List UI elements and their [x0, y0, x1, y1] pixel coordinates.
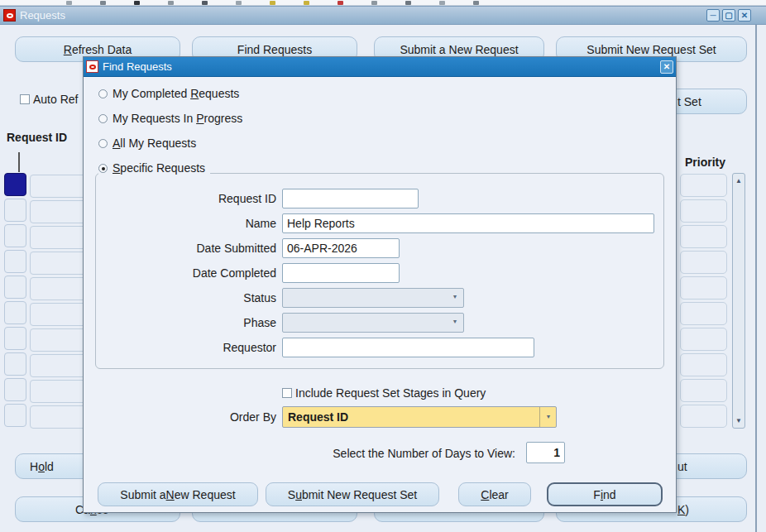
- scroll-down-icon[interactable]: ▼: [733, 417, 744, 424]
- auto-refresh-label: Auto Ref: [33, 93, 78, 106]
- auto-refresh-checkbox-row[interactable]: Auto Ref: [20, 93, 78, 106]
- find-button[interactable]: Find: [547, 482, 663, 506]
- phase-label: Phase: [90, 313, 276, 333]
- window-title: Requests: [20, 9, 65, 22]
- row-selector[interactable]: [4, 352, 26, 376]
- priority-cell[interactable]: [680, 225, 727, 248]
- days-to-view-input[interactable]: [526, 442, 565, 463]
- name-label: Name: [90, 213, 276, 233]
- row-selector[interactable]: [4, 404, 26, 427]
- radio-icon[interactable]: [98, 89, 108, 98]
- requestor-label: Requestor: [90, 338, 276, 357]
- priority-cell[interactable]: [680, 328, 727, 351]
- scroll-up-icon[interactable]: ▲: [733, 177, 744, 185]
- date-submitted-label: Date Submitted: [90, 238, 276, 258]
- chevron-down-icon: ▼: [539, 407, 556, 427]
- radio-specific-requests[interactable]: Specific Requests: [98, 161, 210, 175]
- text-caret: [18, 152, 20, 172]
- vertical-scrollbar[interactable]: ▲ ▼: [732, 173, 745, 429]
- order-by-dropdown[interactable]: Request ID ▼: [282, 406, 557, 428]
- chevron-down-icon: ▼: [452, 294, 458, 300]
- toolbar-icon: [270, 1, 275, 5]
- toolbar-icon: [304, 1, 309, 5]
- order-by-label: Order By: [90, 407, 276, 427]
- include-stages-checkbox[interactable]: [282, 388, 292, 398]
- row-selector[interactable]: [4, 276, 26, 299]
- toolbar-icon: [371, 1, 377, 5]
- request-id-input[interactable]: [282, 189, 419, 208]
- request-id-column-header: Request ID: [7, 131, 67, 144]
- clear-button[interactable]: Clear: [458, 482, 531, 506]
- oracle-logo-icon: [86, 60, 98, 73]
- name-input[interactable]: [282, 213, 654, 233]
- priority-cell[interactable]: [680, 353, 727, 376]
- radio-label: All My Requests: [113, 137, 196, 150]
- dialog-submit-new-request-set-button[interactable]: Submit New Request Set: [266, 482, 439, 506]
- row-selector[interactable]: [4, 199, 26, 222]
- order-by-value: Request ID: [288, 410, 348, 424]
- toolbar-icon: [168, 1, 174, 5]
- chevron-down-icon: ▼: [452, 319, 458, 325]
- toolbar-icon: [236, 1, 242, 5]
- radio-my-requests-in-progress[interactable]: My Requests In Progress: [98, 112, 242, 125]
- dialog-close-button[interactable]: ✕: [660, 60, 673, 74]
- toolbar-icon: [439, 1, 445, 5]
- requests-window-titlebar[interactable]: Requests ─ ▢ ✕: [0, 6, 766, 25]
- row-selector[interactable]: [4, 378, 26, 401]
- toolbar-icon: [66, 1, 72, 5]
- close-button[interactable]: ✕: [738, 9, 751, 22]
- row-selector-selected[interactable]: [4, 173, 26, 196]
- status-label: Status: [90, 288, 276, 308]
- days-to-view-label: Select the Number of Days to View:: [208, 443, 515, 463]
- priority-cell[interactable]: [680, 302, 727, 325]
- priority-cell[interactable]: [680, 379, 727, 402]
- priority-cell[interactable]: [680, 174, 727, 197]
- include-stages-label: Include Request Set Stages in Query: [295, 386, 486, 400]
- toolbar-icon: [134, 1, 140, 5]
- row-selector[interactable]: [4, 224, 26, 247]
- radio-label: My Completed Requests: [113, 87, 239, 100]
- radio-all-my-requests[interactable]: All My Requests: [98, 137, 196, 150]
- toolbar-icon: [473, 1, 479, 5]
- toolbar-icon: [202, 1, 208, 5]
- dialog-title: Find Requests: [103, 60, 172, 73]
- window-right-border: [755, 25, 757, 532]
- include-request-set-stages-row[interactable]: Include Request Set Stages in Query: [282, 386, 486, 400]
- radio-icon[interactable]: [98, 139, 108, 148]
- row-selector[interactable]: [4, 327, 26, 350]
- oracle-logo-icon: [3, 9, 16, 22]
- toolbar-icon: [100, 1, 106, 5]
- priority-cell[interactable]: [680, 251, 727, 274]
- radio-icon[interactable]: [98, 114, 108, 123]
- status-dropdown[interactable]: ▼: [282, 288, 464, 308]
- radio-label: Specific Requests: [113, 161, 205, 175]
- row-selector[interactable]: [4, 250, 26, 273]
- minimize-button[interactable]: ─: [706, 9, 720, 22]
- find-requests-dialog-titlebar[interactable]: Find Requests ✕: [84, 57, 676, 77]
- priority-cell[interactable]: [680, 276, 727, 300]
- date-completed-label: Date Completed: [90, 263, 276, 283]
- toolbar-strip: [0, 0, 766, 6]
- radio-icon-selected[interactable]: [98, 164, 108, 173]
- priority-cell[interactable]: [680, 199, 727, 223]
- radio-label: My Requests In Progress: [113, 112, 242, 125]
- toolbar-icon: [338, 1, 343, 5]
- toolbar-icon: [405, 1, 411, 5]
- priority-column-header: Priority: [685, 156, 725, 169]
- date-completed-input[interactable]: [282, 263, 400, 283]
- request-id-label: Request ID: [90, 189, 276, 208]
- maximize-button[interactable]: ▢: [722, 9, 735, 22]
- requestor-input[interactable]: [282, 338, 534, 357]
- phase-dropdown[interactable]: ▼: [282, 313, 464, 333]
- priority-cell[interactable]: [680, 405, 727, 428]
- auto-refresh-checkbox[interactable]: [20, 94, 30, 104]
- date-submitted-input[interactable]: [282, 238, 400, 258]
- dialog-submit-new-request-button[interactable]: Submit a New Request: [98, 482, 258, 506]
- radio-my-completed-requests[interactable]: My Completed Requests: [98, 87, 239, 100]
- find-requests-dialog: Find Requests ✕ My Completed Requests My…: [83, 56, 677, 513]
- row-selector[interactable]: [4, 301, 26, 324]
